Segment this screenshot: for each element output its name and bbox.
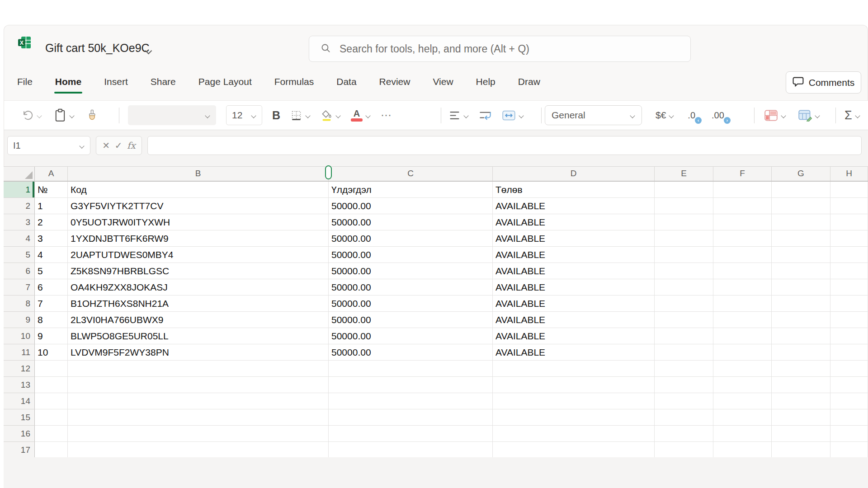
cell-B12[interactable]: [68, 361, 329, 377]
cell-C8[interactable]: 50000.00: [329, 296, 493, 312]
column-header-A[interactable]: A: [35, 167, 68, 181]
cell-G6[interactable]: [772, 263, 830, 279]
cell-F6[interactable]: [713, 263, 772, 279]
tab-review[interactable]: Review: [378, 71, 411, 95]
cell-C4[interactable]: 50000.00: [329, 230, 493, 247]
autosum-button[interactable]: Σ: [844, 108, 860, 122]
tab-share[interactable]: Share: [150, 71, 177, 95]
increase-decimal-button[interactable]: .00 ›: [712, 110, 727, 121]
row-header-16[interactable]: 16: [4, 426, 35, 442]
format-as-table-chevron-icon[interactable]: [815, 113, 820, 117]
cell-F11[interactable]: [713, 344, 772, 361]
cell-E12[interactable]: [655, 361, 713, 377]
cell-H15[interactable]: [830, 409, 868, 426]
cell-E16[interactable]: [655, 426, 713, 442]
currency-format-button[interactable]: $€: [656, 110, 674, 121]
cell-B9[interactable]: 2L3VI0HA766UBWX9: [68, 312, 329, 328]
font-color-chevron-icon[interactable]: [366, 113, 371, 117]
cell-H14[interactable]: [830, 393, 868, 409]
cell-A7[interactable]: 6: [35, 279, 68, 296]
cell-B17[interactable]: [68, 442, 329, 458]
row-header-13[interactable]: 13: [4, 377, 35, 393]
comments-button[interactable]: Comments: [786, 71, 861, 94]
number-format-select[interactable]: General: [545, 105, 642, 125]
row-header-15[interactable]: 15: [4, 409, 35, 426]
document-title[interactable]: Gift cart 50k_KOe9C: [45, 42, 150, 55]
cell-H4[interactable]: [830, 230, 868, 247]
cell-E2[interactable]: [655, 198, 713, 214]
wrap-text-button[interactable]: [479, 110, 492, 121]
cell-A17[interactable]: [35, 442, 68, 458]
row-header-3[interactable]: 3: [4, 214, 35, 230]
autosum-chevron-icon[interactable]: [855, 113, 860, 117]
borders-button[interactable]: [290, 109, 311, 122]
cell-A11[interactable]: 10: [35, 344, 68, 361]
cell-E15[interactable]: [655, 409, 713, 426]
tab-draw[interactable]: Draw: [517, 71, 541, 95]
row-header-14[interactable]: 14: [4, 393, 35, 409]
cell-G13[interactable]: [772, 377, 830, 393]
search-bar[interactable]: [309, 36, 691, 62]
name-box[interactable]: I1: [7, 136, 90, 155]
tab-page-layout[interactable]: Page Layout: [198, 71, 253, 95]
cell-E13[interactable]: [655, 377, 713, 393]
cell-D13[interactable]: [493, 377, 655, 393]
cell-C1[interactable]: Үлдэгдэл: [329, 182, 493, 198]
cell-H1[interactable]: [830, 182, 868, 198]
cell-D14[interactable]: [493, 393, 655, 409]
column-header-H[interactable]: H: [830, 167, 868, 181]
cell-H5[interactable]: [830, 247, 868, 263]
cell-C2[interactable]: 50000.00: [329, 198, 493, 214]
currency-chevron-icon[interactable]: [669, 113, 674, 117]
cell-D2[interactable]: AVAILABLE: [493, 198, 655, 214]
cell-G15[interactable]: [772, 409, 830, 426]
cell-F12[interactable]: [713, 361, 772, 377]
cell-D16[interactable]: [493, 426, 655, 442]
row-header-5[interactable]: 5: [4, 247, 35, 263]
decrease-decimal-button[interactable]: .0 ‹: [688, 110, 698, 121]
cell-F17[interactable]: [713, 442, 772, 458]
row-header-7[interactable]: 7: [4, 279, 35, 296]
tab-home[interactable]: Home: [54, 71, 82, 95]
font-color-button[interactable]: A: [351, 109, 371, 122]
row-header-6[interactable]: 6: [4, 263, 35, 279]
cell-A4[interactable]: 3: [35, 230, 68, 247]
cell-D8[interactable]: AVAILABLE: [493, 296, 655, 312]
font-name-select[interactable]: [128, 105, 216, 125]
cell-C7[interactable]: 50000.00: [329, 279, 493, 296]
formula-input[interactable]: [147, 136, 862, 155]
cell-F13[interactable]: [713, 377, 772, 393]
cell-F5[interactable]: [713, 247, 772, 263]
tab-view[interactable]: View: [432, 71, 454, 95]
cell-F16[interactable]: [713, 426, 772, 442]
cell-E9[interactable]: [655, 312, 713, 328]
cell-A9[interactable]: 8: [35, 312, 68, 328]
cell-A8[interactable]: 7: [35, 296, 68, 312]
cell-G12[interactable]: [772, 361, 830, 377]
cell-B7[interactable]: OA4KH9ZXX8JOKASJ: [68, 279, 329, 296]
cell-D1[interactable]: Төлөв: [493, 182, 655, 198]
cell-C13[interactable]: [329, 377, 493, 393]
fill-color-chevron-icon[interactable]: [336, 113, 341, 117]
cell-H12[interactable]: [830, 361, 868, 377]
undo-button[interactable]: [22, 109, 42, 122]
cell-B2[interactable]: G3YF5VIYTK2TT7CV: [68, 198, 329, 214]
cell-A10[interactable]: 9: [35, 328, 68, 344]
column-header-E[interactable]: E: [655, 167, 713, 181]
cell-D11[interactable]: AVAILABLE: [493, 344, 655, 361]
cell-F4[interactable]: [713, 230, 772, 247]
cell-F9[interactable]: [713, 312, 772, 328]
column-header-G[interactable]: G: [772, 167, 830, 181]
cell-D3[interactable]: AVAILABLE: [493, 214, 655, 230]
cell-E1[interactable]: [655, 182, 713, 198]
tab-data[interactable]: Data: [335, 71, 357, 95]
cell-C10[interactable]: 50000.00: [329, 328, 493, 344]
cell-B13[interactable]: [68, 377, 329, 393]
row-header-12[interactable]: 12: [4, 361, 35, 377]
cell-B1[interactable]: Код: [68, 182, 329, 198]
cell-C12[interactable]: [329, 361, 493, 377]
cell-C15[interactable]: [329, 409, 493, 426]
cell-A14[interactable]: [35, 393, 68, 409]
cell-H7[interactable]: [830, 279, 868, 296]
cell-D15[interactable]: [493, 409, 655, 426]
